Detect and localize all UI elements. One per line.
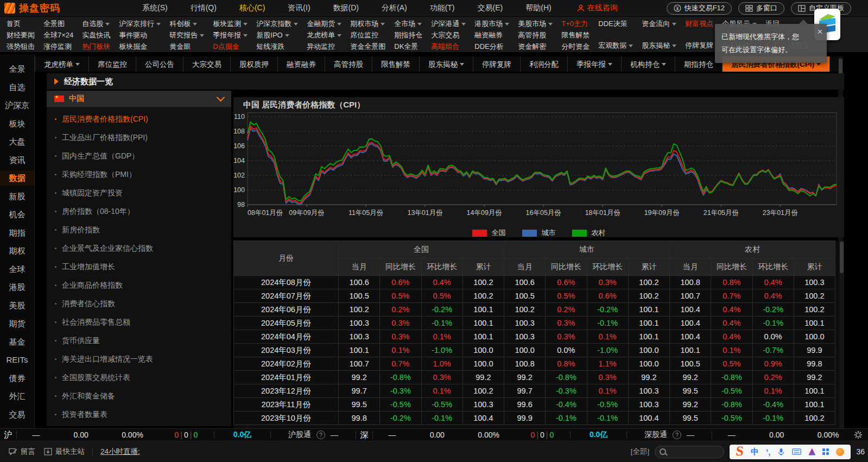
sh-market-label[interactable]: 沪 (0, 430, 16, 440)
keyboard-icon[interactable] (792, 448, 801, 455)
menu-item[interactable]: 帮助(H) (514, 3, 562, 13)
table-row[interactable]: 2024年05月份100.30.3%-0.1%100.1100.30.3%-0.… (234, 317, 835, 330)
nav-item[interactable]: 融资融券 (470, 29, 514, 41)
indicator-item[interactable]: 社会消费品零售总额 (47, 313, 231, 331)
ime-toolbar[interactable]: S 中 ’, (730, 445, 851, 459)
nav-item[interactable]: 财富视点 (681, 18, 718, 29)
ime-punct-toggle[interactable]: ’, (766, 447, 770, 457)
notification-close-icon[interactable]: ✕ (817, 26, 823, 39)
indicator-item[interactable]: 消费者信心指数 (47, 294, 231, 313)
indicator-item[interactable]: 房价指数（08-10年） (47, 202, 231, 220)
sidebar-item-外汇[interactable]: 外汇 (0, 389, 34, 403)
nav-item[interactable]: 强势狙击 (2, 41, 39, 52)
ime-lang-toggle[interactable]: 中 (751, 447, 759, 457)
multi-window-button[interactable]: 多窗口 (738, 2, 784, 15)
sidebar-item-新股[interactable]: 新股 (0, 189, 34, 204)
table-row[interactable]: 2024年07月份100.50.5%0.5%100.2100.50.5%0.6%… (234, 289, 835, 303)
skin-brush-icon[interactable] (808, 448, 815, 455)
table-row[interactable]: 2024年08月份100.60.6%0.4%100.2100.60.6%0.3%… (234, 276, 835, 289)
message-link[interactable]: 留言 (9, 447, 35, 457)
settings-gear-icon[interactable] (854, 431, 863, 439)
help-icon[interactable]: ? (673, 431, 681, 439)
sogou-logo-icon[interactable]: S (736, 444, 745, 458)
sidebar-item-基金[interactable]: 基金 (0, 335, 34, 349)
nav-item[interactable]: 分时资金 (557, 41, 594, 52)
sidebar-item-债券[interactable]: 债券 (0, 371, 34, 385)
sidebar-item-期指[interactable]: 期指 (0, 226, 34, 240)
indicator-item[interactable]: 新房价指数 (47, 220, 231, 239)
nav-item[interactable]: 财经要闻 (2, 29, 39, 41)
nav-item[interactable]: 沪深港通 (427, 18, 470, 29)
indicator-item[interactable]: 全国股票交易统计表 (47, 368, 231, 387)
sz-connect[interactable]: 深股通 ? — (627, 430, 712, 440)
indicator-item[interactable]: 海关进出口增减情况一览表 (47, 350, 231, 368)
table-row[interactable]: 2024年04月份100.30.3%0.1%100.1100.30.3%0.1%… (234, 330, 835, 344)
table-row[interactable]: 2023年10月份99.8-0.2%-0.1%100.499.9-0.1%-0.… (234, 412, 835, 425)
nav-item[interactable]: 期指持仓 (390, 29, 427, 41)
nav-item[interactable]: 资金全景图 (346, 41, 390, 52)
indicator-item[interactable]: 投资者数量表 (47, 405, 231, 423)
sidebar-item-自选[interactable]: 自选 (0, 80, 34, 94)
nav-item[interactable]: 沪深京排行 (115, 18, 165, 29)
nav-item[interactable]: 宏观数据 (594, 40, 637, 51)
nav-item[interactable]: 短线涨跌 (252, 41, 302, 52)
nav-item[interactable]: 异动监控 (302, 41, 346, 52)
search-input[interactable] (655, 446, 724, 458)
nav-item[interactable]: 限售解禁 (557, 29, 594, 41)
ime-menu-icon[interactable] (822, 448, 829, 455)
nav-item[interactable]: 自选股 (78, 18, 115, 29)
nav-item[interactable]: 资金解密 (514, 41, 557, 52)
indicator-item[interactable]: 采购经理指数（PMI） (47, 165, 231, 183)
nav-item[interactable]: DDE分析 (470, 41, 514, 52)
nav-item[interactable]: 美股市场 (514, 18, 557, 29)
nav-item[interactable]: 新股IPO (252, 29, 302, 41)
nav-item[interactable]: 龙虎榜单 (302, 29, 346, 41)
sidebar-item-沪深京[interactable]: 沪深京 (0, 98, 34, 112)
nav-item[interactable]: 板块掘金 (115, 41, 165, 52)
sidebar-item-大盘[interactable]: 大盘 (0, 135, 34, 149)
indicator-item[interactable]: 居民消费者价格指数(CPI) (47, 110, 231, 128)
sidebar-item-全景[interactable]: 全景 (0, 62, 34, 76)
help-icon[interactable]: ? (316, 431, 325, 439)
tab-龙虎榜单[interactable]: 龙虎榜单 (35, 56, 89, 72)
tab-停牌复牌[interactable]: 停牌复牌 (473, 56, 521, 72)
sidebar-item-机会[interactable]: 机会 (0, 207, 34, 221)
search-scope[interactable]: [全部] (631, 447, 650, 457)
sidebar-item-期货[interactable]: 期货 (0, 317, 34, 331)
menu-item[interactable]: 资讯(I) (276, 3, 321, 13)
nav-item[interactable]: 黄金眼 (165, 41, 208, 52)
sidebar-item-板块[interactable]: 板块 (0, 117, 34, 131)
table-row[interactable]: 2024年02月份100.70.7%1.0%100.0100.80.8%1.1%… (234, 357, 835, 371)
indicator-item[interactable]: 城镇固定资产投资 (47, 183, 231, 202)
nav-item[interactable]: 高端组合 (427, 41, 470, 52)
tab-股权质押[interactable]: 股权质押 (231, 56, 278, 72)
table-row[interactable]: 2024年03月份100.10.1%-1.0%100.0100.00.0%-1.… (234, 344, 835, 357)
table-scrollbar[interactable] (839, 241, 844, 428)
sh-connect[interactable]: 沪股通 ? — (271, 430, 356, 440)
emoji-icon[interactable] (836, 448, 844, 456)
nav-item[interactable]: 全景图 (39, 18, 78, 29)
indicator-item[interactable]: 工业品出厂价格指数(PPI) (47, 128, 231, 147)
tab-席位监控[interactable]: 席位监控 (89, 56, 136, 72)
tab-股东揭秘[interactable]: 股东揭秘 (420, 56, 473, 72)
live-24h-link[interactable]: 24小时直播: (100, 447, 140, 457)
tab-季报年报[interactable]: 季报年报 (568, 56, 622, 72)
nav-item[interactable]: 事件驱动 (115, 29, 165, 41)
nav-item[interactable]: DK全景 (390, 41, 427, 52)
menu-item[interactable]: 系统(S) (131, 3, 179, 13)
nav-item[interactable]: 股东揭秘 (637, 40, 681, 51)
table-scrollbar-thumb[interactable] (840, 242, 844, 273)
quick-trade-button[interactable]: 快速交易F12 (667, 2, 732, 15)
menu-item[interactable]: 功能(T) (419, 3, 466, 13)
nav-item[interactable]: DDE决策 (594, 18, 637, 29)
fastest-site-link[interactable]: 最快主站 (44, 447, 85, 457)
indicator-item[interactable]: 工业增加值增长 (47, 257, 231, 276)
nav-item[interactable]: 沪深京指数 (252, 18, 302, 29)
nav-item[interactable]: 全市场 (390, 18, 427, 29)
nav-item[interactable]: 大宗交易 (427, 29, 470, 41)
sidebar-item-港股[interactable]: 港股 (0, 280, 34, 294)
nav-item[interactable]: 首页 (2, 18, 39, 29)
tab-融资融券[interactable]: 融资融券 (278, 56, 325, 72)
table-row[interactable]: 2023年11月份99.5-0.5%-0.5%100.399.6-0.4%-0.… (234, 398, 835, 412)
nav-item[interactable]: 涨停监测 (39, 41, 78, 52)
